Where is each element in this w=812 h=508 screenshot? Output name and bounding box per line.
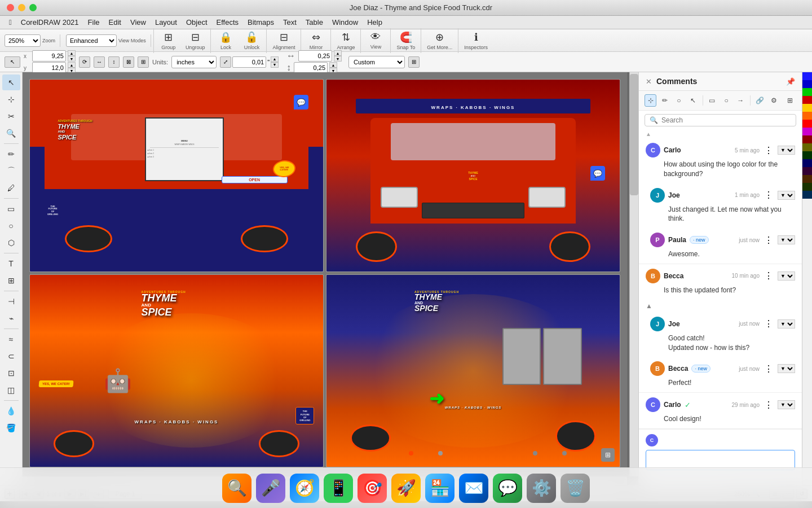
eyedropper-tool[interactable]: 💧 xyxy=(2,403,20,419)
color-swatch-navy[interactable] xyxy=(802,159,812,167)
width-spin-up[interactable]: ▲ xyxy=(334,50,342,56)
comments-panel-options[interactable]: ⊞ xyxy=(784,94,796,107)
dock-safari[interactable]: 🧭 xyxy=(290,474,319,503)
x-spin-up[interactable]: ▲ xyxy=(68,50,76,56)
height-spin-up[interactable]: ▲ xyxy=(329,62,337,68)
color-swatch-brown[interactable] xyxy=(802,175,812,183)
unlock-button[interactable]: 🔓 Unlock xyxy=(239,25,264,56)
dock-trash[interactable]: 🗑️ xyxy=(561,474,590,503)
menu-edit[interactable]: Edit xyxy=(109,18,121,27)
color-swatch-red[interactable] xyxy=(802,96,812,104)
comments-select-tool[interactable]: ⊹ xyxy=(645,94,656,107)
calligraphy-tool[interactable]: 🖊 xyxy=(2,180,20,196)
ungroup-button[interactable]: ⊟ Ungroup xyxy=(182,25,209,56)
angle-icon[interactable]: ⟳ xyxy=(79,56,90,68)
flip-v-icon[interactable]: ↕ xyxy=(108,56,120,68)
ellipse-tool[interactable]: ○ xyxy=(2,218,20,234)
dock-app1[interactable]: 🎯 xyxy=(358,474,387,503)
color-swatch-green[interactable] xyxy=(802,88,812,96)
x-spin-down[interactable]: ▼ xyxy=(68,56,76,62)
menu-apple[interactable]:  xyxy=(9,18,12,27)
mac-window-controls[interactable] xyxy=(7,4,37,11)
nudge-spin-down[interactable]: ▼ xyxy=(271,62,279,68)
maximize-button[interactable] xyxy=(29,4,37,11)
comments-list[interactable]: C Carlo 5 min ago ⋮ ▼ How about using th… xyxy=(639,138,802,485)
dock-mail[interactable]: ✉️ xyxy=(459,474,488,503)
menu-file[interactable]: File xyxy=(88,18,100,27)
extrude-tool[interactable]: ◫ xyxy=(2,382,20,398)
pin-icon[interactable]: 📌 xyxy=(786,77,795,86)
page-orientation-icon[interactable]: ⊞ xyxy=(408,56,420,68)
color-swatch-olive[interactable] xyxy=(802,143,812,151)
zoom-select[interactable]: 250% 100% 150% 200% xyxy=(5,34,41,47)
nudge-input[interactable] xyxy=(232,56,266,68)
canvas-page-3[interactable]: 🤖 ADVENTURES THROUGH THYME AND SPICE WRA… xyxy=(29,274,324,467)
comments-settings[interactable]: ⚙ xyxy=(768,94,780,107)
comments-rect-tool[interactable]: ▭ xyxy=(706,94,718,107)
color-swatch-darkpurple[interactable] xyxy=(802,167,812,175)
color-swatch-forestgreen[interactable] xyxy=(802,183,812,191)
y-input[interactable] xyxy=(32,62,66,73)
x-input[interactable] xyxy=(32,50,66,62)
view-mode-select[interactable]: Enhanced Normal Wireframe xyxy=(66,34,117,47)
width-spin-down[interactable]: ▼ xyxy=(334,56,342,62)
comment-more-carlo-1[interactable]: ⋮ xyxy=(763,144,774,156)
parallel-dimension-tool[interactable]: ⊣ xyxy=(2,294,20,309)
color-swatch-blue[interactable] xyxy=(802,72,812,80)
comment-thread-options-j1[interactable]: ▼ xyxy=(778,191,795,200)
menu-view[interactable]: View xyxy=(130,18,146,27)
dock-preferences[interactable]: ⚙️ xyxy=(527,474,556,503)
menu-app[interactable]: CorelDRAW 2021 xyxy=(21,18,79,27)
align-icon-small[interactable]: ⊞ xyxy=(138,56,149,68)
color-swatch-steel[interactable] xyxy=(802,191,812,199)
color-swatch-purple[interactable] xyxy=(802,128,812,135)
comment-more-becca-1[interactable]: ⋮ xyxy=(763,270,774,282)
comment-thread-options[interactable]: ▼ xyxy=(778,146,795,155)
y-spin-up[interactable]: ▲ xyxy=(68,62,76,68)
nudge-spin-up[interactable]: ▲ xyxy=(271,56,279,62)
comment-more-joe-2[interactable]: ⋮ xyxy=(763,318,774,330)
zoom-tool[interactable]: 🔍 xyxy=(2,125,20,141)
crop-tool[interactable]: ✂ xyxy=(2,108,20,124)
color-swatch-brightred[interactable] xyxy=(802,120,812,128)
comment-thread-options-j2[interactable]: ▼ xyxy=(778,319,795,329)
canvas-comment-bubble-1[interactable]: 💬 xyxy=(294,95,308,110)
blend-tool[interactable]: ≈ xyxy=(2,331,20,347)
comment-thread-options-p[interactable]: ▼ xyxy=(778,235,795,244)
dock-launchpad[interactable]: 🚀 xyxy=(391,474,421,503)
canvas-area[interactable]: ADVENTURES THROUGH THYME AND SPICE MENU … xyxy=(23,72,638,485)
canvas-page-2[interactable]: WRAPS · KABOBS · WINGS xyxy=(326,79,620,272)
comments-search-input[interactable] xyxy=(661,116,791,124)
group-button[interactable]: ⊞ Group xyxy=(156,25,181,56)
comment-more-carlo-2[interactable]: ⋮ xyxy=(763,399,774,410)
connector-tool[interactable]: ⌁ xyxy=(2,310,20,326)
dock-messages[interactable]: 💬 xyxy=(493,474,522,503)
lock-button[interactable]: 🔒 Lock xyxy=(213,25,238,56)
rectangle-tool[interactable]: ▭ xyxy=(2,201,20,217)
color-swatch-darkblue[interactable] xyxy=(802,80,812,88)
polygon-tool[interactable]: ⬡ xyxy=(2,235,20,251)
view-button[interactable]: 👁 View xyxy=(363,25,388,56)
units-select[interactable]: inches mm cm pixels xyxy=(171,56,217,68)
comment-more-joe-1[interactable]: ⋮ xyxy=(763,190,774,201)
envelope-tool[interactable]: ⊡ xyxy=(2,365,20,381)
comments-arrow-tool[interactable]: → xyxy=(735,94,747,107)
transform-tool[interactable]: ⊹ xyxy=(2,91,20,107)
dock-appstore[interactable]: 🏪 xyxy=(425,474,454,503)
canvas-page-1[interactable]: ADVENTURES THROUGH THYME AND SPICE MENU … xyxy=(29,79,324,272)
paintbucket-tool[interactable]: 🪣 xyxy=(2,420,20,436)
zoom-fit-icon[interactable]: ⊞ xyxy=(601,448,615,462)
color-swatch-yellow[interactable] xyxy=(802,104,812,112)
comments-pointer-tool[interactable]: ↖ xyxy=(687,94,699,107)
inspectors-button[interactable]: ℹ Inspectors xyxy=(461,25,491,56)
color-swatch-darkgreen[interactable] xyxy=(802,151,812,159)
vertical-scrollbar[interactable] xyxy=(629,72,638,476)
selection-tool-icon[interactable]: ↖ xyxy=(5,56,20,68)
minimize-button[interactable] xyxy=(18,4,25,11)
close-comments-icon[interactable]: ✕ xyxy=(646,77,652,86)
snap-to-button[interactable]: 🧲 Snap To xyxy=(393,25,418,56)
text-tool[interactable]: T xyxy=(2,256,20,271)
comment-thread-options-c2[interactable]: ▼ xyxy=(778,400,795,409)
comment-more-paula[interactable]: ⋮ xyxy=(763,234,774,246)
dock-contacts[interactable]: 📱 xyxy=(324,474,353,503)
